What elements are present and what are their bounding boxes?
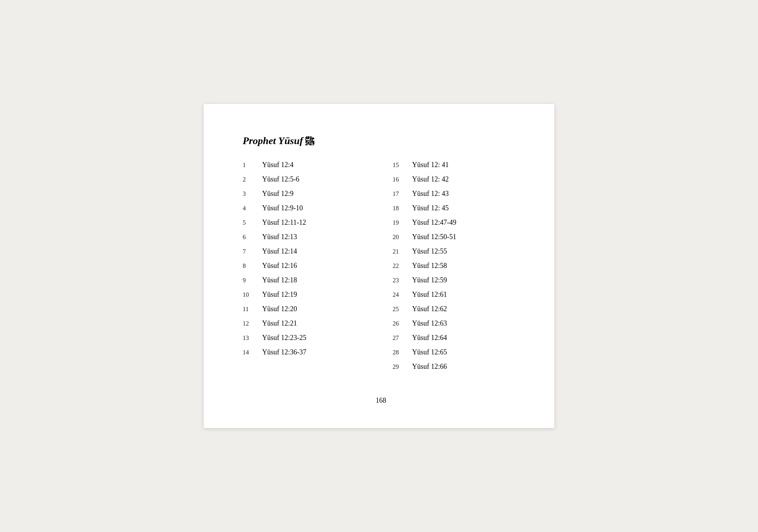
entry-number: 18 bbox=[393, 205, 412, 212]
entry-number: 4 bbox=[243, 205, 262, 212]
list-item: 22 Yūsuf 12:58 bbox=[393, 262, 519, 270]
entry-reference: Yūsuf 12:21 bbox=[262, 319, 297, 328]
columns-wrapper: 1 Yūsuf 12:4 2 Yūsuf 12:5-6 3 Yūsuf 12:9… bbox=[243, 161, 519, 377]
entry-reference: Yūsuf 12: 43 bbox=[412, 190, 449, 198]
entry-number: 27 bbox=[393, 335, 412, 342]
list-item: 3 Yūsuf 12:9 bbox=[243, 190, 369, 198]
list-item: 27 Yūsuf 12:64 bbox=[393, 334, 519, 342]
list-item: 8 Yūsuf 12:16 bbox=[243, 262, 369, 270]
list-item: 2 Yūsuf 12:5-6 bbox=[243, 175, 369, 183]
entry-number: 7 bbox=[243, 248, 262, 255]
entry-number: 25 bbox=[393, 306, 412, 313]
entry-reference: Yūsuf 12:47-49 bbox=[412, 218, 457, 227]
entry-reference: Yūsuf 12:19 bbox=[262, 291, 297, 299]
entry-reference: Yūsuf 12:20 bbox=[262, 305, 297, 313]
entry-reference: Yūsuf 12:5-6 bbox=[262, 175, 300, 183]
entry-number: 8 bbox=[243, 262, 262, 270]
list-item: 13 Yūsuf 12:23-25 bbox=[243, 334, 369, 342]
entry-reference: Yūsuf 12:23-25 bbox=[262, 334, 307, 342]
entry-reference: Yūsuf 12:62 bbox=[412, 305, 447, 313]
entry-number: 12 bbox=[243, 320, 262, 327]
entry-reference: Yūsuf 12:64 bbox=[412, 334, 447, 342]
entry-number: 16 bbox=[393, 176, 412, 183]
entry-reference: Yūsuf 12:65 bbox=[412, 348, 447, 356]
entry-number: 26 bbox=[393, 320, 412, 327]
entry-reference: Yūsuf 12:50-51 bbox=[412, 233, 457, 241]
entry-reference: Yūsuf 12:11-12 bbox=[262, 218, 306, 227]
list-item: 12 Yūsuf 12:21 bbox=[243, 319, 369, 328]
entry-reference: Yūsuf 12:59 bbox=[412, 276, 447, 284]
entry-number: 10 bbox=[243, 291, 262, 298]
list-item: 11 Yūsuf 12:20 bbox=[243, 305, 369, 313]
entry-number: 20 bbox=[393, 234, 412, 241]
entry-reference: Yūsuf 12:16 bbox=[262, 262, 297, 270]
entry-number: 19 bbox=[393, 219, 412, 226]
entry-number: 6 bbox=[243, 234, 262, 241]
entry-reference: Yūsuf 12:14 bbox=[262, 247, 297, 255]
page-title: Prophet Yūsuf ﷺ bbox=[243, 135, 519, 147]
list-item: 26 Yūsuf 12:63 bbox=[393, 319, 519, 328]
list-item: 24 Yūsuf 12:61 bbox=[393, 291, 519, 299]
list-item: 10 Yūsuf 12:19 bbox=[243, 291, 369, 299]
entry-number: 22 bbox=[393, 262, 412, 270]
list-item: 4 Yūsuf 12:9-10 bbox=[243, 204, 369, 212]
entry-number: 14 bbox=[243, 349, 262, 356]
list-item: 18 Yūsuf 12: 45 bbox=[393, 204, 519, 212]
list-item: 23 Yūsuf 12:59 bbox=[393, 276, 519, 284]
list-item: 5 Yūsuf 12:11-12 bbox=[243, 218, 369, 227]
entry-reference: Yūsuf 12:4 bbox=[262, 161, 294, 169]
entry-number: 29 bbox=[393, 363, 412, 370]
entry-reference: Yūsuf 12:58 bbox=[412, 262, 447, 270]
entry-number: 11 bbox=[243, 306, 262, 313]
entry-number: 3 bbox=[243, 190, 262, 197]
entry-reference: Yūsuf 12: 45 bbox=[412, 204, 449, 212]
entry-number: 23 bbox=[393, 277, 412, 284]
entry-reference: Yūsuf 12:36-37 bbox=[262, 348, 307, 356]
entry-number: 24 bbox=[393, 291, 412, 298]
entry-number: 13 bbox=[243, 335, 262, 342]
entry-reference: Yūsuf 12:55 bbox=[412, 247, 447, 255]
list-item: 25 Yūsuf 12:62 bbox=[393, 305, 519, 313]
list-item: 29 Yūsuf 12:66 bbox=[393, 363, 519, 371]
page: Prophet Yūsuf ﷺ 1 Yūsuf 12:4 2 Yūsuf 12:… bbox=[204, 104, 554, 428]
entry-number: 1 bbox=[243, 162, 262, 169]
right-column: 15 Yūsuf 12: 41 16 Yūsuf 12: 42 17 Yūsuf… bbox=[393, 161, 519, 377]
title-symbol: ﷺ bbox=[305, 136, 314, 146]
list-item: 19 Yūsuf 12:47-49 bbox=[393, 218, 519, 227]
list-item: 14 Yūsuf 12:36-37 bbox=[243, 348, 369, 356]
list-item: 20 Yūsuf 12:50-51 bbox=[393, 233, 519, 241]
list-item: 21 Yūsuf 12:55 bbox=[393, 247, 519, 255]
entry-reference: Yūsuf 12:9-10 bbox=[262, 204, 303, 212]
list-item: 1 Yūsuf 12:4 bbox=[243, 161, 369, 169]
entry-number: 9 bbox=[243, 277, 262, 284]
entry-reference: Yūsuf 12:63 bbox=[412, 319, 447, 328]
entry-reference: Yūsuf 12:9 bbox=[262, 190, 294, 198]
entry-reference: Yūsuf 12:13 bbox=[262, 233, 297, 241]
entry-reference: Yūsuf 12:18 bbox=[262, 276, 297, 284]
entry-number: 15 bbox=[393, 162, 412, 169]
title-text: Prophet Yūsuf bbox=[243, 135, 303, 146]
entry-reference: Yūsuf 12:66 bbox=[412, 363, 447, 371]
entry-number: 17 bbox=[393, 190, 412, 197]
entry-number: 5 bbox=[243, 219, 262, 226]
entry-number: 21 bbox=[393, 248, 412, 255]
entry-reference: Yūsuf 12: 41 bbox=[412, 161, 449, 169]
page-number: 168 bbox=[243, 396, 519, 405]
list-item: 15 Yūsuf 12: 41 bbox=[393, 161, 519, 169]
list-item: 9 Yūsuf 12:18 bbox=[243, 276, 369, 284]
entry-reference: Yūsuf 12:61 bbox=[412, 291, 447, 299]
list-item: 6 Yūsuf 12:13 bbox=[243, 233, 369, 241]
entry-number: 28 bbox=[393, 349, 412, 356]
list-item: 28 Yūsuf 12:65 bbox=[393, 348, 519, 356]
entry-number: 2 bbox=[243, 176, 262, 183]
list-item: 17 Yūsuf 12: 43 bbox=[393, 190, 519, 198]
list-item: 16 Yūsuf 12: 42 bbox=[393, 175, 519, 183]
left-column: 1 Yūsuf 12:4 2 Yūsuf 12:5-6 3 Yūsuf 12:9… bbox=[243, 161, 369, 377]
entry-reference: Yūsuf 12: 42 bbox=[412, 175, 449, 183]
list-item: 7 Yūsuf 12:14 bbox=[243, 247, 369, 255]
